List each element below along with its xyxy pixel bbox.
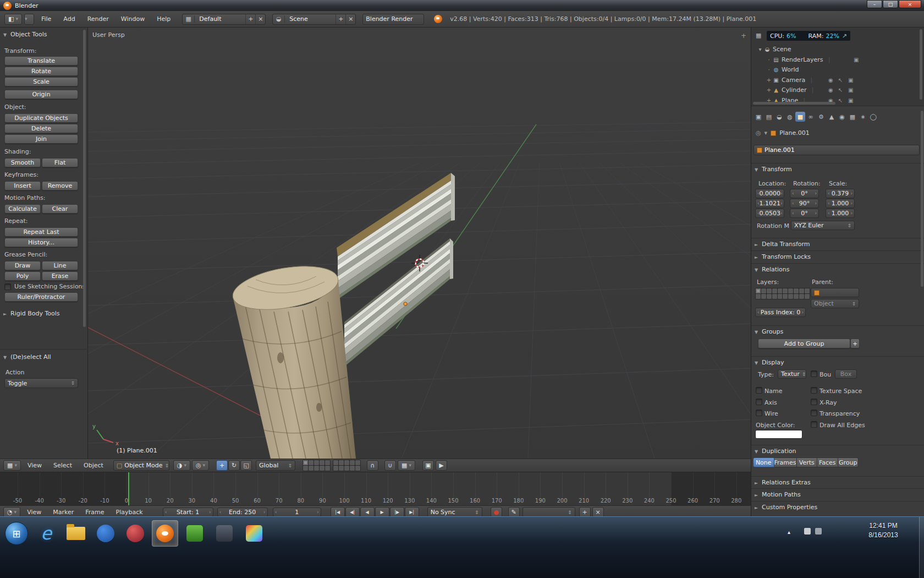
- duplicate-objects-button[interactable]: Duplicate Objects: [4, 113, 78, 123]
- increment-icon[interactable]: ›: [780, 191, 783, 196]
- scale-button[interactable]: Scale: [4, 77, 78, 86]
- selectability-toggle-icon[interactable]: ↖: [838, 97, 843, 103]
- menu-window[interactable]: Window: [116, 15, 150, 23]
- layer-toggle[interactable]: [303, 466, 308, 471]
- increment-icon[interactable]: ›: [209, 510, 211, 515]
- lock-icon[interactable]: ∩: [367, 460, 378, 471]
- sketch-sessions-checkbox[interactable]: [4, 283, 11, 290]
- bounds-type-button[interactable]: Box: [835, 369, 857, 379]
- increment-icon[interactable]: ›: [317, 510, 319, 515]
- expand-icon[interactable]: ▾: [757, 46, 763, 52]
- dup-group-button[interactable]: Group: [838, 457, 859, 467]
- layer-toggle[interactable]: [783, 288, 788, 293]
- layer-toggle[interactable]: [799, 288, 804, 293]
- guardrail-object[interactable]: [337, 173, 455, 367]
- pivot-point-select[interactable]: ◎ ▾: [192, 460, 209, 471]
- render-toggle-icon[interactable]: ▣: [848, 77, 853, 83]
- tab-texture[interactable]: ▦: [848, 112, 857, 122]
- name-checkbox[interactable]: [756, 387, 762, 394]
- increment-icon[interactable]: ›: [263, 510, 266, 515]
- layer-toggle[interactable]: [339, 466, 344, 471]
- panel-delta-transform-header[interactable]: ►Delta Transform: [751, 238, 924, 248]
- layer-toggle[interactable]: [309, 466, 314, 471]
- menu-marker[interactable]: Marker: [48, 509, 79, 516]
- rotate-button[interactable]: Rotate: [4, 67, 78, 76]
- opengl-render-icon[interactable]: ▣: [422, 460, 434, 471]
- render-toggle-icon[interactable]: ▣: [848, 87, 853, 93]
- current-frame-indicator[interactable]: [128, 472, 129, 505]
- delete-layout-button[interactable]: ×: [255, 14, 265, 24]
- editor-type-button[interactable]: ▦ ▾: [3, 460, 21, 471]
- flat-button[interactable]: Flat: [42, 158, 78, 167]
- increment-icon[interactable]: ›: [850, 201, 853, 206]
- taskbar-clock[interactable]: 12:41 PM 8/16/2013: [855, 521, 912, 540]
- layer-toggle[interactable]: [772, 294, 777, 299]
- delete-scene-button[interactable]: ×: [345, 14, 355, 24]
- scene-selector[interactable]: ◒ Scene + ×: [272, 14, 356, 25]
- panel-motion-paths-header[interactable]: ►Motion Paths: [751, 488, 924, 498]
- increment-icon[interactable]: ›: [815, 211, 817, 216]
- visibility-toggle-icon[interactable]: ◉: [828, 87, 833, 93]
- gp-poly-button[interactable]: Poly: [4, 271, 41, 281]
- tab-material[interactable]: ◉: [837, 112, 847, 122]
- manipulator-translate-icon[interactable]: +: [216, 460, 228, 471]
- action-select[interactable]: Toggle ⇕: [4, 378, 78, 388]
- layer-toggle[interactable]: [320, 466, 324, 471]
- expand-icon[interactable]: +: [766, 77, 772, 83]
- breadcrumb-object[interactable]: Plane.001: [779, 129, 810, 137]
- clear-paths-button[interactable]: Clear: [42, 204, 78, 214]
- increment-icon[interactable]: ›: [850, 211, 853, 216]
- layer-toggle[interactable]: [805, 288, 810, 293]
- decrement-icon[interactable]: ‹: [275, 510, 277, 515]
- layer-toggle[interactable]: [333, 466, 338, 471]
- bounds-checkbox[interactable]: [811, 370, 817, 377]
- location-x-field[interactable]: ‹0.0000›: [755, 189, 784, 198]
- manipulator-rotate-icon[interactable]: ↻: [228, 460, 240, 471]
- tab-render[interactable]: ▣: [754, 112, 763, 122]
- header-collapse-button[interactable]: ▾: [24, 14, 34, 25]
- remove-keyframe-button[interactable]: Remove: [42, 181, 78, 190]
- increment-icon[interactable]: ›: [780, 201, 783, 206]
- smooth-button[interactable]: Smooth: [4, 158, 41, 167]
- new-group-button[interactable]: +: [850, 339, 860, 348]
- panel-custom-properties-header[interactable]: ►Custom Properties: [751, 501, 924, 511]
- taskbar-icon-green-app[interactable]: [182, 520, 208, 547]
- tray-icon-2[interactable]: [815, 528, 822, 535]
- join-button[interactable]: Join: [4, 134, 78, 144]
- region-expand-icon[interactable]: +: [741, 32, 746, 40]
- layer-toggle[interactable]: [756, 288, 761, 293]
- xray-checkbox[interactable]: [811, 399, 817, 405]
- layer-toggle[interactable]: [794, 288, 799, 293]
- location-y-field[interactable]: ‹1.1021›: [755, 199, 784, 208]
- rotation-y-field[interactable]: ‹90°›: [790, 199, 819, 208]
- tab-modifiers[interactable]: ⚙: [816, 112, 826, 122]
- render-toggle-icon[interactable]: ▣: [848, 97, 853, 103]
- panel-transform-header[interactable]: ▼Transform: [751, 163, 924, 173]
- object-origin-dot[interactable]: [404, 302, 407, 306]
- tab-particles[interactable]: ∗: [858, 112, 868, 122]
- tab-object[interactable]: ■: [795, 112, 805, 122]
- layer-toggle[interactable]: [767, 294, 772, 299]
- decrement-icon[interactable]: ‹: [828, 191, 830, 196]
- increment-icon[interactable]: ›: [815, 201, 817, 206]
- add-to-group-button[interactable]: Add to Group: [758, 339, 850, 348]
- menu-file[interactable]: File: [36, 15, 56, 23]
- layer-toggle[interactable]: [788, 288, 793, 293]
- repeat-last-button[interactable]: Repeat Last: [4, 227, 78, 237]
- layer-toggle[interactable]: [314, 466, 319, 471]
- menu-frame[interactable]: Frame: [80, 509, 109, 516]
- outliner-item-renderlayers[interactable]: · ▤ RenderLayers | ▣: [751, 55, 916, 64]
- layer-toggle[interactable]: [350, 460, 355, 465]
- outliner-hscrollbar[interactable]: [753, 102, 835, 105]
- opengl-render-anim-icon[interactable]: ▶: [436, 460, 447, 471]
- rotation-mode-select[interactable]: XYZ Euler ⇕: [791, 221, 855, 230]
- layer-toggle[interactable]: [761, 294, 766, 299]
- rotation-z-field[interactable]: ‹0°›: [790, 209, 819, 218]
- layer-toggle[interactable]: [344, 466, 349, 471]
- mode-select[interactable]: ▢ Object Mode ⇕: [113, 460, 169, 471]
- delete-button[interactable]: Delete: [4, 124, 78, 133]
- increment-icon[interactable]: ›: [850, 191, 853, 196]
- tab-constraints[interactable]: ∞: [806, 112, 816, 122]
- layer-toggle[interactable]: [756, 294, 761, 299]
- snap-element-select[interactable]: ▦ ▾: [398, 460, 415, 471]
